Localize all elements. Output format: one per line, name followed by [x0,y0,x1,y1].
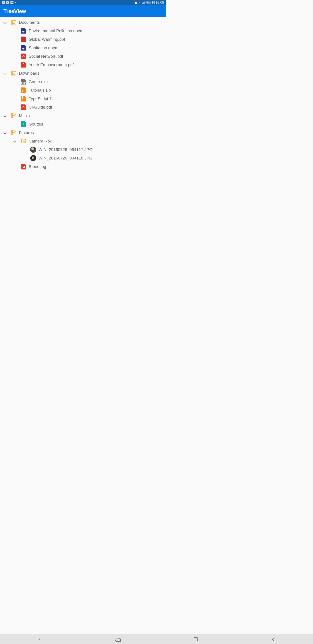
video-icon: ▸ [2,1,5,4]
app-title: TreeView [3,8,26,14]
battery-icon [152,1,155,4]
facebook-icon: f [6,1,9,4]
tree-file[interactable]: Youth Empowerment.pdf [0,60,166,69]
chevron-down-icon[interactable] [13,140,16,143]
pdf-file-icon [21,62,26,68]
folder-icon [11,71,16,76]
tree-folder[interactable]: Pictures [0,128,166,137]
tree-file[interactable]: WEnvironmental Pollution.docx [0,26,166,35]
tree-item-label: Game.exe [27,80,48,84]
tree-folder[interactable]: Downloads [0,69,166,78]
chevron-down-icon[interactable] [3,131,6,134]
tree-file[interactable]: WIN_20160726_094117.JPG [0,145,166,154]
tree-item-label: Music [17,113,30,118]
tree-folder[interactable]: Camera Roll [0,137,166,145]
folder-icon [11,20,16,25]
battery-percent: 75% [145,1,151,4]
tree-file[interactable]: Stone.jpg [0,162,166,171]
tree-view: DocumentsWEnvironmental Pollution.docxPG… [0,17,166,171]
tree-item-label: Tutorials.zip [27,88,51,93]
status-dot-icon [15,2,16,3]
tree-file[interactable]: TypeScript.7z [0,94,166,103]
tree-item-label: Global Warming.ppt [27,37,65,42]
chevron-down-icon[interactable] [3,114,6,117]
archive-file-icon [21,88,26,93]
word-file-icon: W [21,45,26,51]
folder-icon [11,130,16,135]
chevron-down-icon[interactable] [3,21,6,24]
tree-item-label: Documents [17,20,40,25]
app-bar: TreeView [0,5,166,17]
tree-item-label: Social Network.pdf [27,54,63,59]
tree-file[interactable]: WSanitation.docx [0,44,166,52]
tree-item-label: Youth Empowerment.pdf [27,62,74,67]
tree-file[interactable]: UI-Guide.pdf [0,103,166,112]
exe-file-icon: EXE [21,79,26,85]
folder-icon [11,113,16,118]
folder-icon [21,138,26,144]
tree-item-label: Gouttes [27,122,43,126]
tree-file[interactable]: PGlobal Warming.ppt [0,35,166,44]
network-icon: 4G [139,2,141,4]
status-right: ⏰ 4G 75% 15:08 [134,1,164,4]
tree-item-label: Sanitation.docx [27,46,57,50]
tree-item-label: Environmental Pollution.docx [27,28,82,33]
archive-file-icon [21,96,26,102]
pdf-file-icon [21,54,26,59]
tree-item-label: UI-Guide.pdf [27,105,52,110]
audio-file-icon [21,122,26,127]
signal-icon [142,1,145,4]
status-left: ▸ f ptm [2,1,16,4]
paytm-icon: ptm [10,1,13,4]
tree-item-label: Downloads [17,71,39,76]
powerpoint-file-icon: P [21,36,26,42]
chevron-down-icon[interactable] [3,72,6,75]
status-bar: ▸ f ptm ⏰ 4G 75% 15:08 [0,0,166,5]
clock: 15:08 [155,1,164,4]
tree-item-label: Camera Roll [27,139,52,144]
tree-file[interactable]: Tutorials.zip [0,86,166,94]
alarm-icon: ⏰ [134,1,138,4]
tree-item-label: TypeScript.7z [27,96,54,101]
word-file-icon: W [21,28,26,34]
tree-file[interactable]: Gouttes [0,120,166,128]
image-file-icon [21,164,26,170]
tree-item-label: WIN_20160726_094117.JPG [37,147,92,152]
tree-file[interactable]: WIN_20160726_094118.JPG [0,154,166,162]
photo-thumbnail-icon [30,147,36,153]
tree-item-label: WIN_20160726_094118.JPG [37,156,92,160]
photo-thumbnail-icon [30,155,36,161]
tree-item-label: Pictures [17,130,34,135]
pdf-file-icon [21,104,26,110]
tree-folder[interactable]: Documents [0,18,166,26]
tree-file[interactable]: Social Network.pdf [0,52,166,60]
tree-folder[interactable]: Music [0,112,166,120]
tree-file[interactable]: EXEGame.exe [0,78,166,86]
tree-item-label: Stone.jpg [27,164,46,169]
